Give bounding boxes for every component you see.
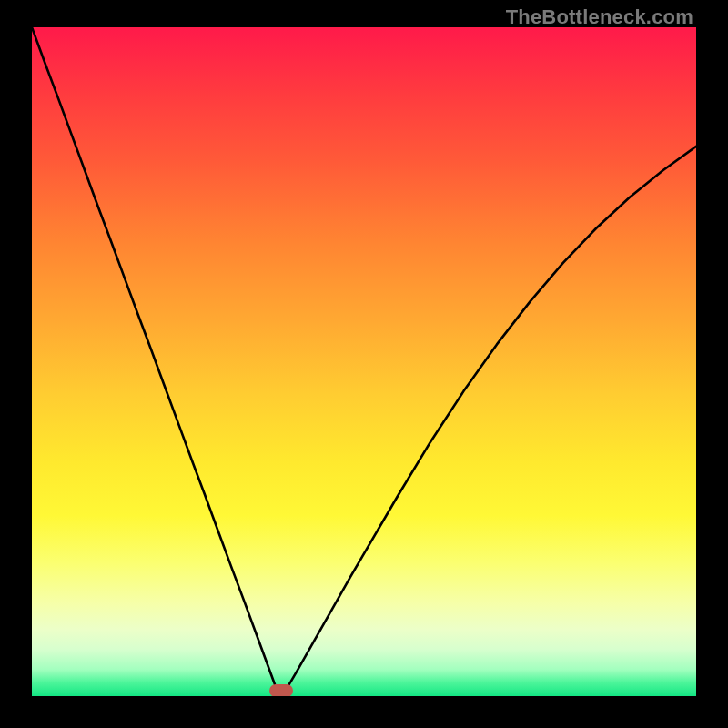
minimum-marker [269,684,293,696]
chart-frame: TheBottleneck.com [0,0,728,728]
curve-svg [32,27,696,696]
watermark-text: TheBottleneck.com [506,5,693,29]
bottleneck-curve [32,27,696,696]
plot-area [32,27,696,696]
